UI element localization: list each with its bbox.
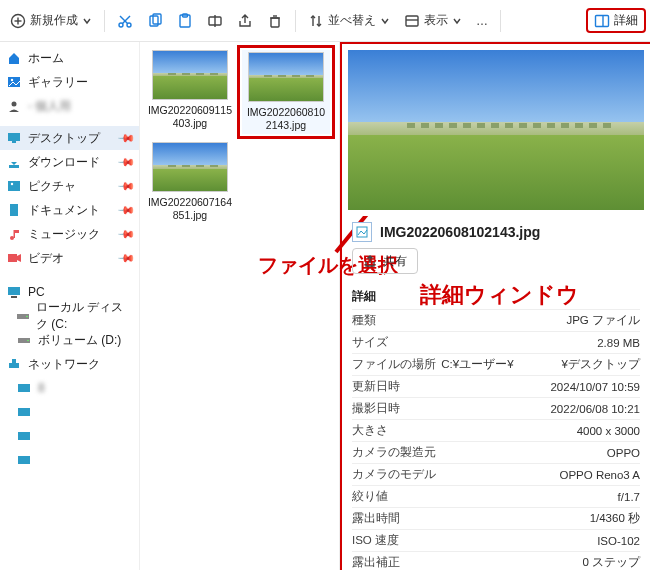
nav-item-gallery[interactable]: ギャラリー: [0, 70, 139, 94]
file-name: IMG20220609115403.jpg: [146, 104, 234, 130]
trash-icon: [267, 13, 283, 29]
copy-button[interactable]: [141, 6, 169, 36]
nav-label: ボリューム (D:): [38, 332, 121, 349]
nav-item-node[interactable]: [0, 400, 139, 424]
meta-row: 大きさ4000 x 3000: [352, 419, 640, 441]
more-button[interactable]: …: [470, 6, 494, 36]
view-button[interactable]: 表示: [398, 6, 468, 36]
share-label: 共有: [383, 253, 407, 270]
plus-circle-icon: [10, 13, 26, 29]
svg-marker-35: [17, 254, 21, 262]
new-button[interactable]: 新規作成: [4, 6, 98, 36]
thumbnail-image: [152, 50, 228, 100]
svg-rect-26: [12, 141, 16, 143]
rename-button[interactable]: [201, 6, 229, 36]
node-icon: [16, 380, 32, 396]
chevron-down-icon: [82, 16, 92, 26]
svg-rect-34: [8, 254, 17, 262]
nav-label: ドキュメント: [28, 202, 100, 219]
chevron-down-icon: [452, 16, 462, 26]
nav-label: ネットワーク: [28, 356, 100, 373]
separator: [500, 10, 501, 32]
meta-row: 絞り値f/1.7: [352, 485, 640, 507]
documents-icon: [6, 202, 22, 218]
nav-item-documents[interactable]: ドキュメント📌: [0, 198, 139, 222]
chevron-down-icon: [380, 16, 390, 26]
meta-key: ファイルの場所: [352, 357, 436, 372]
svg-rect-47: [18, 456, 30, 464]
svg-rect-18: [406, 16, 418, 26]
pin-icon: 📌: [116, 224, 135, 243]
view-icon: [404, 13, 420, 29]
view-label: 表示: [424, 12, 448, 29]
drive-icon: [16, 308, 30, 324]
meta-key: ISO 速度: [352, 533, 399, 548]
svg-rect-33: [14, 230, 16, 238]
nav-item-drive[interactable]: ローカル ディスク (C:: [0, 304, 139, 328]
nav-item-user[interactable]: - 個人用: [0, 94, 139, 118]
video-icon: [6, 250, 22, 266]
pictures-icon: [6, 178, 22, 194]
svg-point-23: [11, 79, 13, 81]
nav-label: PC: [28, 285, 45, 299]
nav-item-home[interactable]: ホーム: [0, 46, 139, 70]
separator: [104, 10, 105, 32]
file-name: IMG20220607164851.jpg: [146, 196, 234, 222]
meta-value: 4000 x 3000: [577, 425, 640, 437]
meta-row: 撮影日時2022/06/08 10:21: [352, 397, 640, 419]
nav-item-music[interactable]: ミュージック📌: [0, 222, 139, 246]
nav-item-download[interactable]: ダウンロード📌: [0, 150, 139, 174]
meta-key: 撮影日時: [352, 401, 400, 416]
file-thumbnail[interactable]: IMG20220609115403.jpg: [146, 50, 234, 134]
nav-item-node[interactable]: 8: [0, 376, 139, 400]
toolbar: 新規作成 並べ替え 表示 … 詳細: [0, 0, 650, 42]
thumbnail-image: [152, 142, 228, 192]
file-name: IMG20220608102143.jpg: [244, 106, 328, 132]
meta-key: 種類: [352, 313, 376, 328]
nav-item-video[interactable]: ビデオ📌: [0, 246, 139, 270]
svg-rect-37: [11, 296, 17, 298]
meta-row: ISO 速度ISO-102: [352, 529, 640, 551]
node-icon: [16, 428, 32, 444]
meta-row: 種類JPG ファイル: [352, 309, 640, 331]
sort-button[interactable]: 並べ替え: [302, 6, 396, 36]
nav-item-drive[interactable]: ボリューム (D:): [0, 328, 139, 352]
scissors-icon: [117, 13, 133, 29]
ellipsis-icon: …: [476, 14, 488, 28]
nav-item-desktop[interactable]: デスクトップ📌: [0, 126, 139, 150]
pin-icon: 📌: [116, 152, 135, 171]
user-icon: [6, 98, 22, 114]
file-list: IMG20220609115403.jpgIMG20220608102143.j…: [140, 42, 340, 570]
nav-item-node[interactable]: [0, 424, 139, 448]
svg-rect-42: [9, 363, 19, 368]
share-button[interactable]: 共有: [352, 248, 418, 274]
share-toolbar-button[interactable]: [231, 6, 259, 36]
svg-point-4: [127, 23, 131, 27]
meta-row: カメラの製造元OPPO: [352, 441, 640, 463]
net-icon: [6, 356, 22, 372]
home-icon: [6, 50, 22, 66]
nav-item-net[interactable]: ネットワーク: [0, 352, 139, 376]
nav-label: ローカル ディスク (C:: [36, 299, 133, 333]
nav-item-node[interactable]: [0, 448, 139, 472]
cut-button[interactable]: [111, 6, 139, 36]
nav-item-pictures[interactable]: ピクチャ📌: [0, 174, 139, 198]
meta-row: 露出時間1/4360 秒: [352, 507, 640, 529]
svg-rect-45: [18, 408, 30, 416]
svg-point-3: [119, 23, 123, 27]
file-thumbnail[interactable]: IMG20220608102143.jpg: [242, 50, 330, 134]
details-label: 詳細: [614, 12, 638, 29]
meta-key: 更新日時: [352, 379, 400, 394]
meta-key: 露出時間: [352, 511, 400, 526]
meta-value: 2.89 MB: [597, 337, 640, 349]
meta-value: JPG ファイル: [566, 313, 640, 328]
meta-row: 更新日時2024/10/07 10:59: [352, 375, 640, 397]
meta-row: カメラのモデルOPPO Reno3 A: [352, 463, 640, 485]
details-button[interactable]: 詳細: [586, 8, 646, 33]
sort-label: 並べ替え: [328, 12, 376, 29]
paste-button[interactable]: [171, 6, 199, 36]
file-thumbnail[interactable]: IMG20220607164851.jpg: [146, 142, 234, 222]
delete-button[interactable]: [261, 6, 289, 36]
drive-icon: [16, 332, 32, 348]
preview-image: [342, 44, 650, 216]
